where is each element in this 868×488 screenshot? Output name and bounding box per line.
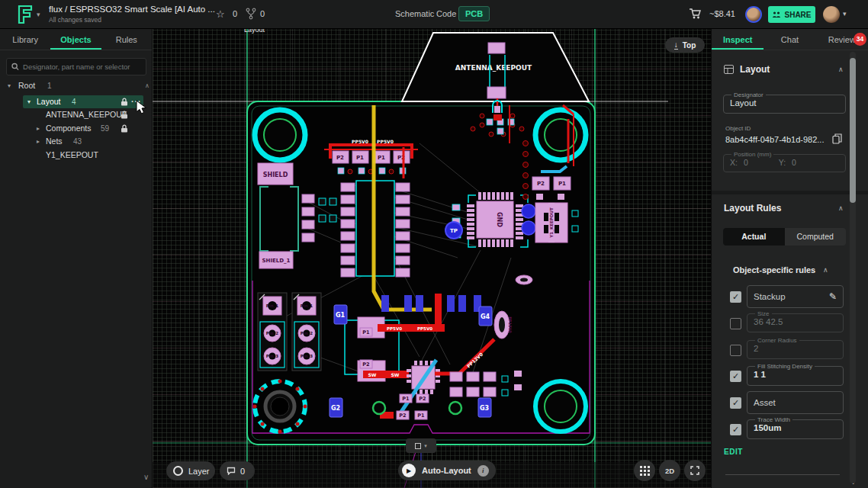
comments-button[interactable]: 0 — [220, 461, 255, 480]
tab-rules[interactable]: Rules — [101, 29, 152, 50]
search-input[interactable] — [23, 63, 141, 71]
shield-label: SHIELD — [263, 172, 288, 178]
sw-label: SW — [368, 372, 377, 377]
cart-icon[interactable] — [689, 8, 702, 20]
share-button[interactable]: SHARE — [768, 6, 815, 23]
auto-layout-button[interactable]: ▶ Auto-Layout i — [398, 461, 496, 480]
pin-header-1[interactable]: Pin_1 Pin_2 Pin_3 — [258, 293, 287, 371]
asset-checkbox[interactable]: ✓ — [730, 397, 741, 409]
layout-section-header[interactable]: Layout — [724, 64, 770, 75]
layout-rules-header[interactable]: Layout Rules — [724, 203, 781, 214]
layout-rules-collapse-icon[interactable]: ∧ — [838, 204, 844, 212]
rules-mode-switch: Actual Computed — [723, 228, 846, 246]
board-icon — [415, 443, 421, 449]
position-y-value[interactable]: 0 — [792, 158, 796, 167]
tree-item-components[interactable]: ▸ Components 59 — [0, 122, 153, 136]
copy-icon[interactable] — [832, 133, 842, 144]
p2-label: P2 — [419, 396, 426, 402]
fullscreen-button[interactable] — [684, 460, 706, 481]
pencil-icon[interactable]: ✎ — [829, 291, 837, 302]
object-id-label: Object ID — [725, 125, 751, 132]
trace-width-checkbox[interactable]: ✓ — [730, 424, 741, 435]
tp-label: TP — [450, 228, 458, 234]
p2-label: P2 — [336, 155, 344, 161]
layout-section-icon — [724, 65, 734, 74]
fork-icon[interactable] — [246, 8, 256, 20]
tree-collapse-icon[interactable]: ∧ — [145, 79, 149, 93]
object-specific-collapse-icon[interactable]: ∧ — [823, 266, 828, 274]
project-title[interactable]: flux / ESPRSSO32 Smart Scale [AI Auto ..… — [49, 5, 215, 14]
test-point[interactable]: TP — [445, 222, 462, 239]
components-caret-icon[interactable]: ▸ — [37, 122, 40, 136]
board-options-widget[interactable]: ▾ — [406, 438, 436, 453]
pp5v0-label: PP5V0 — [352, 139, 368, 144]
fill-stitching-rule[interactable]: Fill Stitching Density 1 1 — [747, 363, 844, 386]
designator-field[interactable]: Designator Layout — [723, 92, 846, 114]
account-caret-icon[interactable]: ▾ — [843, 10, 847, 18]
mode-2d-label: 2D — [665, 467, 674, 475]
pp5v0-label: PP5V0 — [417, 326, 432, 331]
objects-panel: Library Objects Rules ▾ Root 1 ∧ ▾ — [0, 29, 153, 488]
shield1-label: SHIELD_1 — [262, 258, 291, 264]
antenna-keepout-zone[interactable]: ANTENNA_KEEPOUT — [402, 33, 589, 113]
tab-objects[interactable]: Objects — [50, 29, 101, 50]
tree-count: 1 — [47, 79, 52, 93]
stackup-rule[interactable]: Stackup ✎ — [747, 285, 844, 308]
corner-radius-rule[interactable]: Corner Radius 2 — [747, 337, 844, 359]
bottom-divider — [725, 474, 840, 475]
review-badge: 34 — [854, 33, 866, 46]
position-x-label: X: — [730, 158, 738, 167]
tab-library[interactable]: Library — [0, 29, 50, 50]
pcb-canvas[interactable]: Layout ANTENNA_KEEPOUT — [153, 29, 711, 488]
tab-chat[interactable]: Chat — [764, 29, 815, 50]
root-caret-icon[interactable]: ▾ — [8, 79, 11, 93]
layer-view-button[interactable]: ↓ Top — [665, 37, 705, 53]
asset-rule[interactable]: Asset — [747, 391, 844, 414]
mode-actual[interactable]: Actual — [723, 228, 785, 246]
mode-2d-button[interactable]: 2D — [659, 460, 680, 481]
info-badge[interactable]: i — [477, 465, 489, 477]
grid-toggle-button[interactable] — [634, 460, 655, 481]
user-avatar[interactable] — [823, 6, 840, 23]
size-rule[interactable]: Size 36 42.5 — [747, 310, 844, 332]
panel-scroll-down-icon[interactable]: ∨ — [143, 473, 149, 481]
cart-price[interactable]: ~$8.41 — [709, 9, 735, 18]
position-x-value[interactable]: 0 — [744, 158, 748, 167]
flux-logo-icon[interactable] — [15, 4, 35, 25]
nets-caret-icon[interactable]: ▸ — [37, 135, 40, 149]
tree-item-antenna-keepout[interactable]: ANTENNA_KEEPOUT — [0, 108, 153, 122]
logo-caret-icon[interactable]: ▾ — [37, 11, 40, 18]
layer-button-label: Layer — [188, 467, 210, 476]
tab-inspect[interactable]: Inspect — [712, 29, 764, 50]
star-icon[interactable]: ☆ — [216, 8, 225, 20]
fill-stitching-checkbox[interactable]: ✓ — [730, 371, 741, 382]
tree-item-y1-keepout[interactable]: Y1_KEEPOUT — [0, 149, 153, 162]
panel-scrollbar-thumb[interactable] — [850, 58, 856, 203]
layer-down-icon: ↓ — [674, 41, 678, 50]
panel-scrollbar[interactable] — [850, 52, 856, 483]
layout-caret-icon[interactable]: ▾ — [27, 95, 31, 109]
tree-item-nets[interactable]: ▸ Nets 43 — [0, 135, 153, 149]
pin3-label: Pin_3 — [301, 354, 313, 359]
tab-review[interactable]: Review 34 — [816, 29, 868, 50]
layer-button[interactable]: Layer — [166, 461, 215, 480]
tab-schematic[interactable]: Schematic — [395, 9, 434, 18]
tab-code[interactable]: Code — [436, 9, 456, 18]
lock-icon[interactable] — [121, 98, 128, 106]
corner-radius-checkbox[interactable] — [730, 345, 741, 356]
mode-computed[interactable]: Computed — [785, 228, 847, 246]
stackup-checkbox[interactable]: ✓ — [730, 291, 741, 303]
position-field[interactable]: Position (mm) X: 0 Y: 0 — [723, 151, 846, 172]
object-search[interactable] — [6, 58, 146, 75]
collaborator-avatar[interactable] — [745, 6, 762, 23]
tree-item-layout[interactable]: ▾ Layout 4 ··· — [0, 95, 153, 109]
tab-pcb[interactable]: PCB — [458, 6, 490, 21]
trace-width-rule[interactable]: Trace Width 150um — [747, 416, 844, 439]
edit-rules-link[interactable]: EDIT — [724, 448, 743, 456]
tree-item-root[interactable]: ▾ Root 1 ∧ — [0, 79, 153, 93]
layout-collapse-icon[interactable]: ∧ — [838, 66, 844, 73]
size-checkbox[interactable] — [730, 318, 741, 329]
pin-header-2[interactable]: Pin_1 Pin_2 Pin_3 — [292, 293, 321, 371]
lock-icon[interactable] — [121, 111, 128, 119]
lock-icon[interactable] — [121, 124, 128, 133]
